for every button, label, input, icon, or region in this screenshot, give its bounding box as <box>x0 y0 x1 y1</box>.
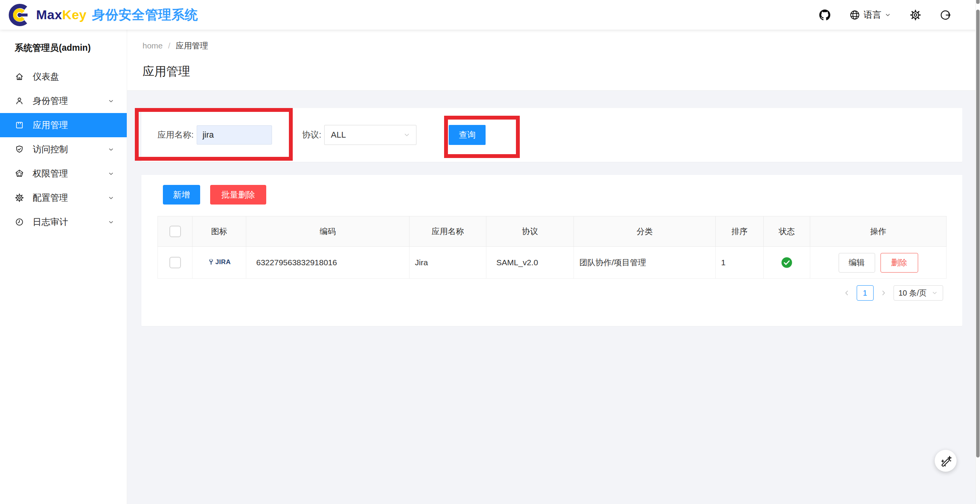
sidebar: 系统管理员(admin) 仪表盘 身份管理 应用管理 <box>0 30 127 504</box>
filter-panel: 应用名称: 协议: ALL 查询 <box>141 108 962 162</box>
column-header-actions: 操作 <box>810 216 947 247</box>
breadcrumb-current: 应用管理 <box>176 40 208 51</box>
scrollbar-top-fragment <box>976 0 980 4</box>
brand: MaxKey身份安全管理系统 <box>8 2 198 28</box>
header-actions: 语言 <box>819 9 951 21</box>
user-icon <box>15 96 24 106</box>
sidebar-item-permissions[interactable]: 权限管理 <box>0 161 127 186</box>
delete-button[interactable]: 删除 <box>881 253 918 273</box>
home-icon <box>15 72 24 82</box>
vertical-scrollbar <box>975 0 980 504</box>
sidebar-item-configuration[interactable]: 配置管理 <box>0 186 127 210</box>
chevron-down-icon <box>884 12 891 18</box>
chevron-down-icon <box>108 195 114 201</box>
page-size-select[interactable]: 10 条/页 <box>894 285 943 301</box>
globe-icon <box>849 9 861 21</box>
edit-button[interactable]: 编辑 <box>839 253 875 273</box>
brand-max: Max <box>36 7 62 22</box>
sidebar-menu: 仪表盘 身份管理 应用管理 访问控制 <box>0 65 127 234</box>
row-code-cell: 632279563832918016 <box>246 247 410 279</box>
sidebar-item-label: 身份管理 <box>33 95 68 107</box>
breadcrumb: home / 应用管理 <box>143 40 976 51</box>
language-selector[interactable]: 语言 <box>849 9 891 21</box>
page-number-button[interactable]: 1 <box>857 285 874 301</box>
next-page-icon[interactable] <box>880 289 887 297</box>
jira-logo-text: JIRA <box>216 258 231 266</box>
pentagon-icon <box>15 169 24 178</box>
chevron-down-icon <box>108 219 114 226</box>
chevron-down-icon <box>108 170 114 177</box>
sidebar-item-label: 访问控制 <box>33 143 68 155</box>
add-button[interactable]: 新增 <box>163 185 200 205</box>
query-button[interactable]: 查询 <box>449 125 486 145</box>
row-category-cell: 团队协作/项目管理 <box>574 247 716 279</box>
page-size-value: 10 条/页 <box>899 288 927 298</box>
sidebar-item-label: 应用管理 <box>33 119 68 131</box>
chevron-down-icon <box>931 289 938 296</box>
status-enabled-icon <box>781 257 793 268</box>
previous-page-icon[interactable] <box>843 289 851 297</box>
brand-suffix: 身份安全管理系统 <box>92 7 198 22</box>
table-toolbar: 新增 批量删除 <box>141 175 962 205</box>
row-app-name-cell: Jira <box>410 247 486 279</box>
clock-icon <box>15 217 24 227</box>
column-header-sort: 排序 <box>716 216 764 247</box>
magic-wand-fab[interactable] <box>935 450 957 472</box>
jira-logo-icon: JIRA <box>208 258 231 266</box>
row-sort-cell: 1 <box>716 247 764 279</box>
logout-icon[interactable] <box>940 9 951 21</box>
magic-wand-icon <box>939 454 952 467</box>
settings-gear-icon[interactable] <box>910 9 921 21</box>
row-actions-cell: 编辑 删除 <box>810 247 947 279</box>
app-window-icon <box>15 120 24 130</box>
pagination: 1 10 条/页 <box>843 285 943 301</box>
maxkey-admin-window: MaxKey身份安全管理系统 语言 <box>0 0 980 504</box>
row-checkbox[interactable] <box>169 257 181 268</box>
sidebar-item-label: 日志审计 <box>33 216 68 228</box>
sidebar-item-access-control[interactable]: 访问控制 <box>0 137 127 161</box>
protocol-selected-value: ALL <box>331 130 346 140</box>
page-title: 应用管理 <box>143 63 976 80</box>
maxkey-logo-icon <box>8 2 32 28</box>
app-name-label: 应用名称: <box>158 129 194 141</box>
column-header-code: 编码 <box>246 216 410 247</box>
sidebar-item-audit-log[interactable]: 日志审计 <box>0 210 127 234</box>
app-header: MaxKey身份安全管理系统 语言 <box>0 0 980 30</box>
select-all-checkbox[interactable] <box>169 226 181 237</box>
sidebar-item-applications[interactable]: 应用管理 <box>0 113 127 137</box>
batch-delete-button[interactable]: 批量删除 <box>210 185 266 205</box>
sidebar-item-dashboard[interactable]: 仪表盘 <box>0 65 127 89</box>
brand-title: MaxKey身份安全管理系统 <box>36 6 198 24</box>
protocol-label: 协议: <box>302 129 321 141</box>
scrollbar-thumb[interactable] <box>976 10 980 457</box>
row-status-cell <box>764 247 810 279</box>
sidebar-item-label: 权限管理 <box>33 168 68 180</box>
applications-table: 图标 编码 应用名称 协议 分类 排序 状态 操作 <box>158 216 947 279</box>
chevron-down-icon <box>403 131 411 139</box>
column-header-protocol: 协议 <box>486 216 574 247</box>
table-header-row: 图标 编码 应用名称 协议 分类 排序 状态 操作 <box>158 216 947 247</box>
breadcrumb-separator: / <box>168 41 171 50</box>
chevron-down-icon <box>108 146 114 153</box>
brand-key: Key <box>62 7 87 22</box>
github-icon[interactable] <box>819 9 831 21</box>
column-header-category: 分类 <box>574 216 716 247</box>
table-row: JIRA 632279563832918016 Jira SAML_v2.0 团… <box>158 247 947 279</box>
shield-check-icon <box>15 145 24 154</box>
row-select-cell <box>158 247 192 279</box>
breadcrumb-home[interactable]: home <box>143 41 163 50</box>
protocol-select[interactable]: ALL <box>324 125 416 145</box>
current-user-label: 系统管理员(admin) <box>0 30 127 59</box>
column-header-status: 状态 <box>764 216 810 247</box>
sidebar-item-identity[interactable]: 身份管理 <box>0 89 127 113</box>
chevron-down-icon <box>108 98 114 105</box>
page-hero: home / 应用管理 应用管理 <box>127 30 976 91</box>
app-name-input[interactable] <box>197 125 272 145</box>
column-header-icon: 图标 <box>192 216 246 247</box>
sidebar-item-label: 配置管理 <box>33 192 68 204</box>
row-icon-cell: JIRA <box>192 247 246 279</box>
column-header-app-name: 应用名称 <box>410 216 486 247</box>
gear-icon <box>15 193 24 203</box>
sidebar-item-label: 仪表盘 <box>33 71 59 83</box>
applications-panel: 新增 批量删除 图标 编码 应用名称 协议 分类 排序 状态 操作 <box>141 175 962 326</box>
